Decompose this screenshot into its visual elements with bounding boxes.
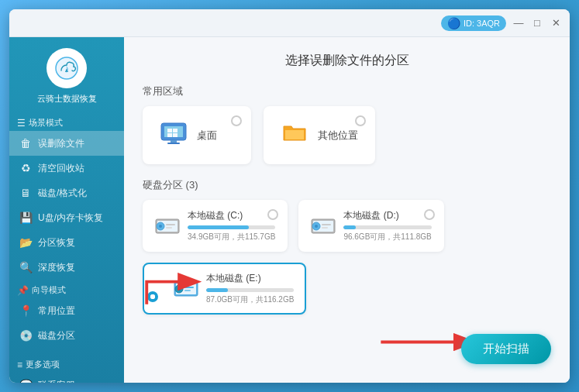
content-title: 选择误删除文件的分区	[143, 53, 551, 69]
disk-partition-label: 磁盘分区	[38, 329, 75, 342]
d-drive-space: 96.6GB可用，共111.8GB	[343, 232, 431, 242]
common-cards-row: 桌面 其他位置	[143, 106, 551, 164]
sidebar-item-recycle-bin[interactable]: ♻ 清空回收站	[9, 156, 124, 181]
disk-cards-row: 本地磁盘 (C:) 34.9GB可用，共115.7GB	[143, 200, 551, 315]
disk-partition-icon: 💿	[19, 328, 33, 342]
e-drive-space: 87.0GB可用，共116.2GB	[206, 294, 294, 305]
scene-mode-title: ☰ 场景模式	[9, 112, 124, 131]
contact-label: 联系客服	[38, 379, 75, 383]
logo-text: 云骑士数据恢复	[37, 93, 97, 105]
minimize-button[interactable]: —	[512, 17, 525, 29]
recycle-bin-label: 清空回收站	[38, 162, 84, 175]
format-label: 磁盘/格式化	[38, 187, 87, 200]
maximize-button[interactable]: □	[531, 17, 543, 29]
d-drive-info: 本地磁盘 (D:) 96.6GB可用，共111.8GB	[343, 209, 431, 242]
sd-card-label: U盘/内存卡恢复	[38, 211, 103, 225]
sidebar-item-disk-partition[interactable]: 💿 磁盘分区	[9, 323, 124, 348]
format-icon: 🖥	[19, 186, 33, 200]
svg-rect-8	[173, 133, 177, 137]
svg-rect-25	[184, 287, 194, 288]
e-drive-bar-fill	[206, 288, 228, 292]
guide-mode-icon: 📌	[17, 285, 29, 296]
sidebar-item-contact[interactable]: 💬 联系客服	[9, 373, 124, 383]
desktop-icon	[160, 119, 188, 152]
main-layout: 云骑士数据恢复 ☰ 场景模式 🗑 误删除文件 ♻ 清空回收站 🖥 磁盘/格式化	[9, 37, 570, 383]
d-drive-bar-bg	[343, 225, 431, 229]
svg-point-18	[315, 225, 318, 228]
content-area: 选择误删除文件的分区 常用区域	[124, 37, 570, 383]
sidebar-item-common-location[interactable]: 📍 常用位置	[9, 298, 124, 323]
guide-mode-title: 📌 向导模式	[9, 280, 124, 298]
logo-svg	[53, 55, 80, 81]
desktop-label: 桌面	[197, 129, 217, 143]
e-drive-card[interactable]: 本地磁盘 (E:) 87.0GB可用，共116.2GB	[143, 263, 306, 315]
e-drive-bar-bg	[206, 288, 294, 292]
sidebar-item-format[interactable]: 🖥 磁盘/格式化	[9, 181, 124, 205]
titlebar-controls: 🔵 ID: 3AQR — □ ✕	[441, 15, 562, 31]
sd-card-icon: 💾	[19, 211, 33, 225]
d-drive-icon	[311, 215, 336, 237]
sidebar-item-deleted-files[interactable]: 🗑 误删除文件	[9, 131, 124, 156]
recycle-bin-icon: ♻	[19, 161, 33, 175]
desktop-radio	[231, 115, 242, 126]
desktop-card[interactable]: 桌面	[143, 106, 251, 164]
svg-rect-6	[173, 129, 177, 132]
svg-rect-4	[167, 143, 180, 144]
svg-rect-7	[167, 133, 172, 137]
more-icon: ≡	[17, 359, 22, 370]
d-drive-name: 本地磁盘 (D:)	[343, 209, 431, 222]
d-drive-radio	[424, 209, 435, 220]
sidebar: 云骑士数据恢复 ☰ 场景模式 🗑 误删除文件 ♻ 清空回收站 🖥 磁盘/格式化	[9, 37, 124, 383]
sidebar-item-sd-card[interactable]: 💾 U盘/内存卡恢复	[9, 205, 124, 230]
logo-icon	[47, 48, 87, 88]
close-button[interactable]: ✕	[550, 17, 562, 29]
partition-icon: 📂	[19, 236, 33, 249]
id-badge: 🔵 ID: 3AQR	[441, 15, 506, 31]
c-drive-bar-fill	[188, 225, 249, 229]
svg-rect-19	[322, 224, 331, 225]
c-drive-card[interactable]: 本地磁盘 (C:) 34.9GB可用，共115.7GB	[143, 200, 288, 252]
c-drive-info: 本地磁盘 (C:) 34.9GB可用，共115.7GB	[188, 209, 275, 242]
other-icon	[281, 119, 308, 152]
id-badge-text: ID: 3AQR	[464, 19, 500, 28]
e-drive-name: 本地磁盘 (E:)	[206, 272, 294, 285]
titlebar: 🔵 ID: 3AQR — □ ✕	[9, 9, 570, 37]
c-drive-radio	[267, 209, 278, 220]
start-scan-button[interactable]: 开始扫描	[461, 334, 551, 364]
svg-rect-13	[166, 224, 175, 225]
d-drive-card[interactable]: 本地磁盘 (D:) 96.6GB可用，共111.8GB	[298, 200, 443, 252]
sidebar-logo: 云骑士数据恢复	[9, 37, 124, 112]
e-drive-icon	[174, 278, 198, 300]
c-drive-icon	[155, 215, 180, 237]
e-drive-radio	[147, 291, 158, 302]
app-window: 🔵 ID: 3AQR — □ ✕	[9, 9, 570, 383]
deleted-files-label: 误删除文件	[38, 137, 84, 150]
svg-rect-26	[184, 290, 191, 291]
deep-icon: 🔍	[19, 260, 33, 274]
common-location-label: 常用位置	[38, 304, 75, 318]
c-drive-bar-bg	[188, 225, 275, 229]
sidebar-item-deep-recovery[interactable]: 🔍 深度恢复	[9, 255, 124, 280]
sidebar-item-partition-recovery[interactable]: 📂 分区恢复	[9, 230, 124, 255]
c-drive-space: 34.9GB可用，共115.7GB	[188, 232, 275, 242]
d-drive-bar-fill	[343, 225, 356, 229]
scene-mode-icon: ☰	[17, 118, 26, 129]
svg-rect-14	[166, 227, 172, 229]
contact-icon: 💬	[19, 378, 33, 383]
svg-point-24	[177, 287, 181, 291]
svg-rect-20	[322, 227, 328, 229]
other-location-card[interactable]: 其他位置	[264, 106, 375, 164]
more-options-title: ≡ 更多选项	[9, 354, 124, 373]
deep-label: 深度恢复	[38, 261, 75, 274]
svg-rect-5	[167, 129, 172, 132]
common-location-icon: 📍	[19, 304, 33, 318]
svg-point-12	[159, 225, 162, 228]
c-drive-name: 本地磁盘 (C:)	[188, 209, 275, 222]
partition-label: 分区恢复	[38, 236, 75, 249]
deleted-files-icon: 🗑	[19, 136, 33, 150]
other-radio	[355, 115, 366, 126]
disk-section-label: 硬盘分区 (3)	[143, 178, 551, 192]
other-label: 其他位置	[318, 129, 358, 143]
e-drive-info: 本地磁盘 (E:) 87.0GB可用，共116.2GB	[206, 272, 294, 305]
common-area-label: 常用区域	[143, 84, 551, 98]
